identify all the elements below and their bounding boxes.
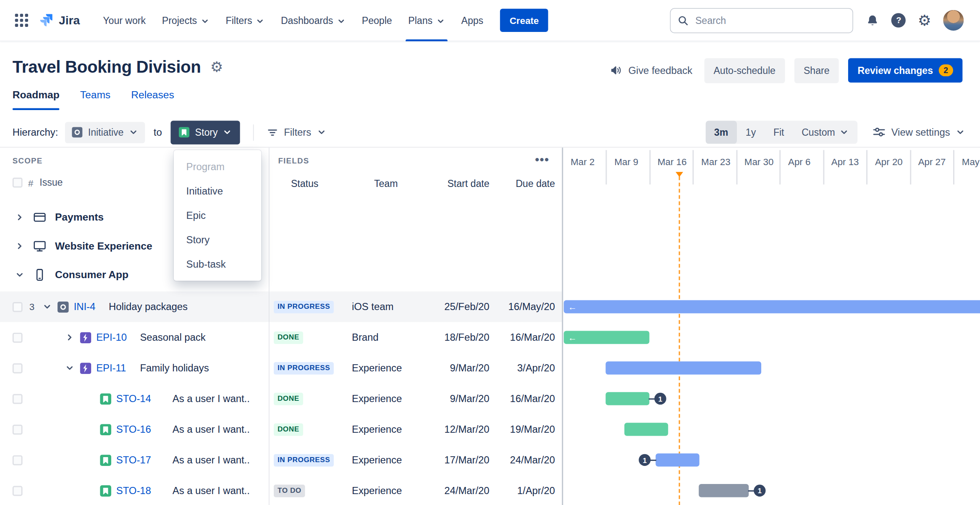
- settings-gear-icon[interactable]: ⚙: [918, 13, 931, 28]
- due-date-value[interactable]: 3/Apr/20: [497, 363, 562, 374]
- issue-summary[interactable]: Holiday packages: [109, 301, 188, 313]
- status-badge[interactable]: TO DO: [274, 485, 305, 497]
- status-badge[interactable]: DONE: [274, 331, 303, 344]
- review-changes-button[interactable]: Review changes 2: [848, 58, 962, 82]
- level-option-program[interactable]: Program: [174, 155, 261, 179]
- start-date-value[interactable]: 24/Mar/20: [431, 485, 497, 496]
- row-checkbox[interactable]: [13, 394, 23, 404]
- issue-summary[interactable]: Seasonal pack: [140, 332, 205, 343]
- gantt-bar[interactable]: 1: [655, 453, 699, 466]
- issue-row-epi-11[interactable]: EPI-11 Family holidays IN PROGRESS Exper…: [0, 353, 980, 384]
- chevron-down-icon[interactable]: [14, 270, 24, 280]
- zoom-custom-button[interactable]: Custom: [793, 121, 857, 144]
- start-date-value[interactable]: 18/Feb/20: [431, 332, 497, 343]
- nav-item-filters[interactable]: Filters: [217, 0, 273, 41]
- auto-schedule-button[interactable]: Auto-schedule: [704, 58, 785, 83]
- tab-teams[interactable]: Teams: [80, 89, 110, 110]
- gantt-bar[interactable]: [605, 361, 761, 374]
- nav-item-dashboards[interactable]: Dashboards: [273, 0, 354, 41]
- row-checkbox[interactable]: [13, 424, 23, 434]
- start-date-value[interactable]: 9/Mar/20: [431, 363, 497, 374]
- gantt-bar[interactable]: ←: [564, 300, 980, 313]
- expand-chevron-icon[interactable]: [64, 363, 75, 374]
- issue-summary[interactable]: As a user I want..: [173, 423, 250, 435]
- issue-key[interactable]: STO-14: [116, 393, 168, 405]
- due-date-value[interactable]: 24/Mar/20: [497, 454, 562, 466]
- gantt-bar[interactable]: [624, 423, 668, 436]
- issue-row-sto-18[interactable]: STO-18 As a user I want.. TO DO Experien…: [0, 475, 980, 505]
- dependency-badge[interactable]: 1: [639, 454, 650, 466]
- help-icon[interactable]: ?: [891, 13, 906, 27]
- status-badge[interactable]: DONE: [274, 423, 303, 436]
- issue-summary[interactable]: Family holidays: [140, 363, 209, 374]
- hierarchy-to-dropdown[interactable]: Story: [171, 121, 241, 145]
- view-settings-button[interactable]: View settings: [873, 126, 965, 139]
- status-badge[interactable]: IN PROGRESS: [274, 301, 334, 313]
- status-badge[interactable]: IN PROGRESS: [274, 362, 334, 374]
- team-value[interactable]: Experience: [341, 454, 431, 466]
- issue-summary[interactable]: As a user I want..: [173, 485, 250, 496]
- zoom-3m-button[interactable]: 3m: [705, 121, 737, 144]
- gantt-bar[interactable]: ←: [564, 331, 650, 344]
- app-switcher-icon[interactable]: [15, 14, 28, 27]
- status-badge[interactable]: DONE: [274, 393, 303, 405]
- due-date-value[interactable]: 19/Mar/20: [497, 423, 562, 435]
- nav-item-your-work[interactable]: Your work: [95, 0, 154, 41]
- give-feedback-button[interactable]: Give feedback: [607, 64, 695, 77]
- team-value[interactable]: iOS team: [341, 301, 431, 313]
- tab-releases[interactable]: Releases: [131, 89, 174, 110]
- fields-timeline-divider[interactable]: [562, 147, 563, 505]
- row-checkbox[interactable]: [13, 455, 23, 465]
- due-date-value[interactable]: 1/Apr/20: [497, 485, 562, 496]
- issue-key[interactable]: STO-17: [116, 454, 168, 466]
- tab-roadmap[interactable]: Roadmap: [13, 89, 60, 110]
- issue-key[interactable]: STO-16: [116, 423, 168, 435]
- level-option-subtask[interactable]: Sub-task: [174, 252, 261, 276]
- due-date-value[interactable]: 16/Mar/20: [497, 332, 562, 343]
- issue-key[interactable]: STO-18: [116, 485, 168, 496]
- start-date-value[interactable]: 25/Feb/20: [431, 301, 497, 313]
- issue-summary[interactable]: As a user I want..: [173, 454, 250, 466]
- dependency-badge[interactable]: 1: [754, 485, 765, 497]
- nav-item-apps[interactable]: Apps: [453, 0, 491, 41]
- issue-row-sto-17[interactable]: STO-17 As a user I want.. IN PROGRESS Ex…: [0, 445, 980, 475]
- nav-item-plans[interactable]: Plans: [400, 0, 453, 41]
- search-input[interactable]: [694, 14, 846, 26]
- expand-chevron-icon[interactable]: [41, 301, 52, 313]
- issue-row-sto-16[interactable]: STO-16 As a user I want.. DONE Experienc…: [0, 414, 980, 445]
- team-value[interactable]: Experience: [341, 485, 431, 496]
- create-button[interactable]: Create: [500, 9, 548, 32]
- level-option-story[interactable]: Story: [174, 228, 261, 252]
- row-checkbox[interactable]: [13, 332, 23, 342]
- gantt-bar[interactable]: 1: [605, 392, 649, 405]
- dependency-badge[interactable]: 1: [654, 393, 666, 405]
- row-checkbox[interactable]: [13, 363, 23, 373]
- team-value[interactable]: Experience: [341, 393, 431, 405]
- chevron-right-icon[interactable]: [14, 241, 24, 251]
- select-all-checkbox[interactable]: [13, 178, 23, 188]
- team-value[interactable]: Experience: [341, 423, 431, 435]
- global-search[interactable]: [670, 8, 853, 33]
- user-avatar[interactable]: [943, 10, 964, 31]
- fields-more-icon[interactable]: •••: [535, 153, 549, 166]
- share-button[interactable]: Share: [794, 58, 839, 83]
- notifications-icon[interactable]: [866, 13, 880, 27]
- row-checkbox[interactable]: [13, 302, 23, 312]
- filters-button[interactable]: Filters: [267, 126, 326, 138]
- issue-summary[interactable]: As a user I want..: [173, 393, 250, 405]
- team-value[interactable]: Brand: [341, 332, 431, 343]
- chevron-right-icon[interactable]: [14, 212, 24, 222]
- team-value[interactable]: Experience: [341, 363, 431, 374]
- nav-item-projects[interactable]: Projects: [154, 0, 217, 41]
- issue-key[interactable]: EPI-11: [96, 363, 135, 374]
- issue-key[interactable]: INI-4: [74, 301, 104, 313]
- nav-item-people[interactable]: People: [354, 0, 400, 41]
- status-badge[interactable]: IN PROGRESS: [274, 454, 334, 466]
- start-date-value[interactable]: 17/Mar/20: [431, 454, 497, 466]
- plan-settings-gear-icon[interactable]: ⚙: [210, 60, 223, 74]
- expand-chevron-icon[interactable]: [64, 332, 75, 343]
- row-checkbox[interactable]: [13, 486, 23, 496]
- hierarchy-from-dropdown[interactable]: Initiative: [65, 122, 145, 143]
- issue-row-ini-4[interactable]: 3 INI-4 Holiday packages IN PROGRESS iOS…: [0, 292, 980, 322]
- start-date-value[interactable]: 9/Mar/20: [431, 393, 497, 405]
